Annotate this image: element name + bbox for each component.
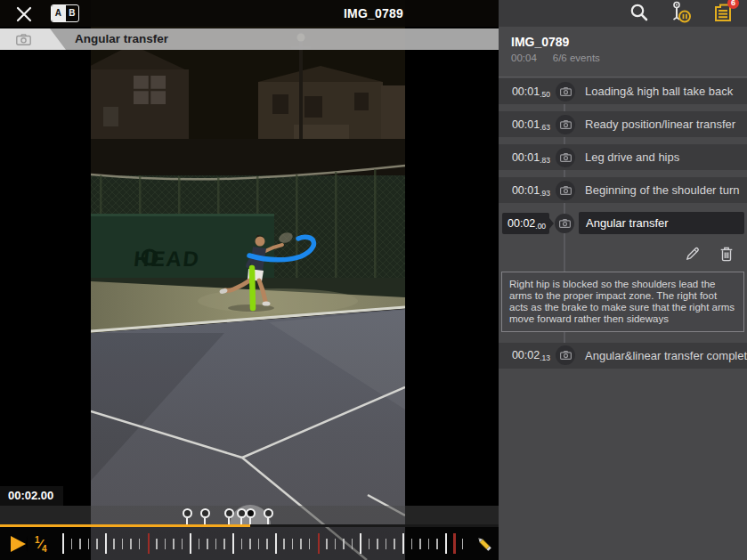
ab-compare-button[interactable]: A B [51, 4, 79, 22]
close-button[interactable] [14, 4, 34, 24]
ruler-tick [113, 539, 115, 549]
ruler-tick-red [318, 533, 321, 554]
ruler-tick [419, 539, 421, 549]
event-label: Ready position/linear transfer [580, 118, 747, 131]
play-button[interactable] [11, 536, 28, 552]
event-timestamp: 00:01.50 [499, 85, 550, 98]
sidebar-header: IMG_0789 00:04 6/6 events [499, 27, 747, 77]
pencil-icon [474, 533, 495, 555]
ruler-tick [411, 539, 413, 549]
event-camera-badge [555, 214, 574, 233]
sidebar-toolbar: 6 [499, 0, 747, 27]
camera-icon [560, 351, 572, 360]
event-row[interactable]: 00:01.63Ready position/linear transfer [499, 111, 747, 137]
video-player[interactable]: HEAD [0, 0, 499, 560]
event-row[interactable]: 00:02.13Angular&linear transfer complete [499, 343, 747, 369]
event-label: Leg drive and hips [580, 150, 747, 164]
ruler-tick [199, 539, 200, 549]
event-label: Angular&linear transfer complete [580, 349, 747, 362]
event-camera-badge [556, 82, 575, 101]
events-sidebar: IMG_0789 00:04 6/6 events 00:01.50Loadin… [499, 0, 747, 560]
event-timestamp: 00:01.63 [499, 118, 550, 131]
events-count: 6/6 events [553, 53, 600, 63]
timeline-event-marker[interactable] [224, 508, 234, 526]
ruler-tick [207, 539, 208, 549]
ruler-tick [309, 539, 311, 549]
current-time-label: 00:02.00 [0, 486, 63, 506]
camera-icon [560, 87, 572, 96]
ruler-tick [436, 539, 438, 549]
event-row[interactable]: 00:01.50Loading& high ball take back [499, 78, 747, 104]
ruler-tick [275, 533, 277, 554]
event-camera-badge [556, 181, 575, 200]
close-icon [14, 4, 34, 24]
ruler-tick [266, 539, 268, 549]
search-icon [629, 3, 648, 21]
event-label: Loading& high ball take back [580, 85, 747, 98]
timeline-event-marker[interactable] [264, 508, 273, 526]
ruler-tick [369, 539, 370, 549]
ruler-tick [335, 539, 337, 549]
event-label: Beginning of the shoulder turn [580, 183, 747, 197]
ruler-tick [156, 539, 158, 549]
camera-icon [560, 120, 572, 129]
video-frame: HEAD [91, 0, 405, 560]
event-row[interactable]: 00:02.00Angular transfer [499, 210, 747, 236]
flag-label: Angular transfer [75, 28, 168, 50]
event-camera-badge [556, 115, 575, 134]
ruler-tick [79, 539, 81, 549]
event-note: Right hip is blocked so the shoulders le… [501, 272, 744, 332]
video-title: IMG_0789 [344, 0, 403, 27]
ruler-tick [377, 539, 378, 549]
ruler-tick [258, 539, 260, 549]
camera-icon [560, 153, 572, 162]
timeline-event-marker[interactable] [246, 508, 256, 526]
ruler-tick [71, 539, 73, 549]
timeline-ruler[interactable] [0, 527, 499, 560]
timeline-event-marker[interactable] [183, 508, 192, 526]
pose-tool-button[interactable] [670, 1, 692, 26]
playback-speed-button[interactable]: 1⁄4 [35, 535, 47, 554]
ruler-tick [173, 539, 175, 549]
pose-tool-icon [670, 1, 692, 23]
notes-button[interactable]: 6 [713, 2, 733, 26]
search-button[interactable] [629, 3, 648, 24]
ruler-tick [360, 533, 361, 554]
event-list: 00:01.50Loading& high ball take back00:0… [499, 78, 747, 376]
ruler-tick [394, 539, 395, 549]
ruler-tick [130, 539, 132, 549]
ruler-tick [343, 539, 345, 549]
event-timestamp: 00:02.13 [499, 349, 550, 361]
ruler-tick [241, 539, 243, 549]
ruler-tick [88, 539, 90, 549]
camera-icon [560, 186, 572, 195]
top-bar: 6 A B IMG_0789 [0, 0, 747, 27]
event-row[interactable]: 00:01.93Beginning of the shoulder turn [499, 177, 747, 203]
banner-text: HEAD [133, 247, 201, 271]
ruler-tick [139, 539, 141, 549]
head-banner: HEAD [91, 214, 274, 278]
ruler-tick [223, 539, 225, 549]
ruler-tick [428, 539, 430, 549]
ruler-tick [122, 539, 124, 549]
camera-icon [559, 219, 571, 228]
ruler-tick [62, 533, 64, 554]
app-screen: HEAD [0, 0, 747, 560]
current-event-flag-bar[interactable]: Angular transfer [0, 28, 499, 50]
ruler-tick [232, 533, 234, 554]
timeline-event-marker[interactable] [200, 508, 210, 526]
annotation-green-line [252, 268, 253, 308]
ruler-tick [283, 539, 285, 549]
ruler-tick [249, 539, 251, 549]
delete-event-button[interactable] [719, 245, 735, 264]
event-row[interactable]: 00:01.83Leg drive and hips [499, 144, 747, 170]
event-timestamp: 00:01.83 [499, 151, 550, 164]
camera-icon [16, 34, 31, 45]
ruler-tick [445, 533, 447, 554]
ruler-tick [105, 533, 107, 554]
event-camera-badge [556, 345, 575, 365]
ruler-tick [300, 539, 302, 549]
annotate-pencil-button[interactable] [474, 533, 495, 555]
edit-pencil-icon [684, 245, 701, 262]
edit-event-button[interactable] [684, 245, 701, 264]
